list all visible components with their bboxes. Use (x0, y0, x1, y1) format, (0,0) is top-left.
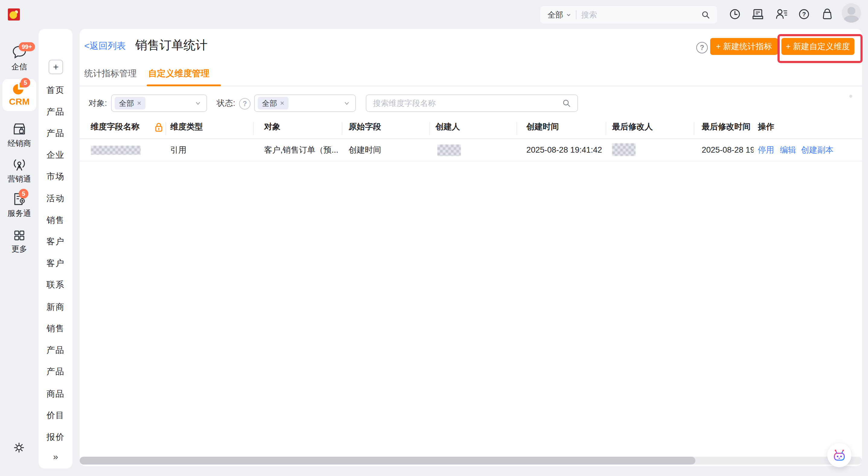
horizontal-scrollbar[interactable] (80, 457, 862, 465)
rail-item-service[interactable]: 服务通 5 (0, 192, 39, 219)
divider (576, 10, 577, 19)
redacted-creator (437, 145, 461, 156)
sidebar-item-product1[interactable]: 产品 (39, 106, 72, 118)
main-panel: <返回列表 销售订单统计 ? + 新建统计指标 + 新建自定义维度 统计指标管理… (80, 29, 862, 466)
redacted-dimension-name (91, 146, 141, 155)
sidebar-item-product2[interactable]: 产品 (39, 127, 72, 139)
col-modifier[interactable]: 最后修改人 (612, 115, 653, 138)
lock-icon (155, 122, 163, 132)
grid-icon (12, 229, 26, 242)
sidebar-item-customer1[interactable]: 客户 (39, 235, 72, 248)
sidebar-item-pricelist[interactable]: 价目 (39, 409, 72, 421)
sidebar-item-company[interactable]: 企业 (39, 149, 72, 161)
sidebar-item-sales2[interactable]: 销售 (39, 322, 72, 335)
sidebar-item-goods[interactable]: 商品 (39, 388, 72, 400)
action-disable-link[interactable]: 停用 (758, 139, 774, 161)
app-rail: 企信 99+ CRM 5 经销商 营销通 服务通 5 更多 (0, 0, 39, 476)
tag-remove-icon[interactable]: × (280, 99, 284, 107)
col-creator[interactable]: 创建人 (435, 115, 460, 138)
status-filter-tag[interactable]: 全部× (258, 97, 288, 109)
sidebar-item-activity[interactable]: 活动 (39, 192, 72, 204)
global-search[interactable]: 全部 搜索 (540, 6, 717, 24)
dimension-search-input[interactable]: 搜索维度字段名称 (366, 94, 578, 112)
col-dimension-type[interactable]: 维度类型 (170, 115, 203, 138)
sidebar-item-quote[interactable]: 报价 (39, 431, 72, 443)
col-object[interactable]: 对象 (264, 115, 280, 138)
object-filter-label: 对象: (88, 94, 107, 112)
page-help-icon[interactable]: ? (696, 42, 708, 53)
cell-created-at: 2025-08-28 19:41:42 (526, 139, 602, 161)
annotation-highlight-box (777, 34, 863, 63)
rail-item-dealer[interactable]: 经销商 (0, 122, 39, 149)
assistant-robot-button[interactable] (827, 443, 851, 467)
search-scope-select[interactable]: 全部 (548, 10, 563, 20)
table-row[interactable]: 引用 客户,销售订单（预... 创建时间 2025-08-28 19:41:42… (80, 139, 862, 161)
create-stat-metric-button[interactable]: + 新建统计指标 (710, 38, 778, 55)
tag-remove-icon[interactable]: × (137, 99, 141, 107)
rail-item-qixin[interactable]: 企信 99+ (0, 45, 39, 72)
rail-item-crm-active[interactable]: CRM 5 (2, 79, 36, 111)
object-filter-select[interactable]: 全部× (111, 94, 207, 112)
page-title: 销售订单统计 (135, 37, 208, 53)
chevron-down-icon (343, 99, 350, 107)
horizontal-scrollbar-thumb[interactable] (80, 457, 695, 465)
unread-badge: 99+ (19, 42, 35, 51)
svg-text:?: ? (802, 11, 806, 18)
inbox-device-icon[interactable] (751, 7, 765, 21)
service-badge: 5 (19, 189, 28, 198)
table-header: 维度字段名称 维度类型 对象 原始字段 创建人 创建时间 最后修改人 最后修改时… (80, 115, 862, 139)
rail-item-more[interactable]: 更多 (0, 229, 39, 254)
cell-modified-at: 2025-08-28 19 (702, 139, 754, 161)
sidebar-item-customer2[interactable]: 客户 (39, 257, 72, 269)
avatar[interactable] (842, 3, 861, 23)
add-module-button[interactable]: + (49, 60, 63, 74)
cell-source-field: 创建时间 (349, 139, 381, 161)
col-created-at[interactable]: 创建时间 (526, 115, 559, 138)
col-modified-at[interactable]: 最后修改时间 (702, 115, 751, 138)
crm-badge: 5 (21, 78, 30, 88)
clock-icon[interactable] (728, 7, 742, 21)
contacts-icon[interactable] (774, 7, 788, 21)
shop-bag-icon[interactable] (820, 7, 834, 21)
active-tab-underline (147, 85, 221, 86)
col-actions: 操作 (758, 115, 774, 138)
cell-object: 客户,销售订单（预... (264, 139, 338, 161)
back-to-list-link[interactable]: <返回列表 (84, 40, 126, 52)
search-icon[interactable] (562, 98, 571, 108)
search-input[interactable]: 搜索 (581, 10, 701, 20)
sidebar-item-newbiz[interactable]: 新商 (39, 301, 72, 313)
broadcast-icon (11, 157, 27, 172)
action-duplicate-link[interactable]: 创建副本 (801, 139, 834, 161)
search-icon[interactable] (701, 10, 710, 20)
module-sidebar: + 首页 产品 产品 企业 市场 活动 销售 客户 客户 联系 新商 销售 产品… (39, 29, 72, 469)
sidebar-item-contact[interactable]: 联系 (39, 279, 72, 291)
status-filter-label: 状态: (217, 94, 236, 112)
redacted-modifier (612, 143, 636, 156)
col-source-field[interactable]: 原始字段 (349, 115, 381, 138)
status-filter-select[interactable]: 全部× (254, 94, 356, 112)
sidebar-item-market[interactable]: 市场 (39, 170, 72, 183)
sidebar-item-sales1[interactable]: 销售 (39, 214, 72, 226)
robot-icon (832, 448, 847, 463)
tab-stat-metric-management[interactable]: 统计指标管理 (84, 68, 137, 80)
object-filter-tag[interactable]: 全部× (115, 97, 146, 109)
col-dimension-name[interactable]: 维度字段名称 (91, 115, 140, 138)
chevron-down-icon (566, 12, 571, 18)
status-help-icon[interactable]: ? (239, 98, 250, 109)
cell-dimension-type: 引用 (170, 139, 187, 161)
sidebar-item-product3[interactable]: 产品 (39, 344, 72, 356)
scroll-hint-dot (849, 95, 852, 98)
sidebar-item-product4[interactable]: 产品 (39, 366, 72, 378)
action-edit-link[interactable]: 编辑 (780, 139, 796, 161)
tab-custom-dimension-management[interactable]: 自定义维度管理 (148, 68, 210, 80)
sidebar-item-home[interactable]: 首页 (39, 84, 72, 96)
help-icon[interactable]: ? (797, 7, 811, 21)
rail-item-marketing[interactable]: 营销通 (0, 157, 39, 184)
chevron-down-icon (194, 99, 202, 107)
app-window: 全部 搜索 ? 企信 99+ CRM 5 经销商 营销通 (0, 0, 868, 476)
sidebar-expand-button[interactable]: » (39, 451, 72, 462)
storefront-icon (12, 122, 27, 136)
settings-gear-icon[interactable] (13, 442, 25, 453)
